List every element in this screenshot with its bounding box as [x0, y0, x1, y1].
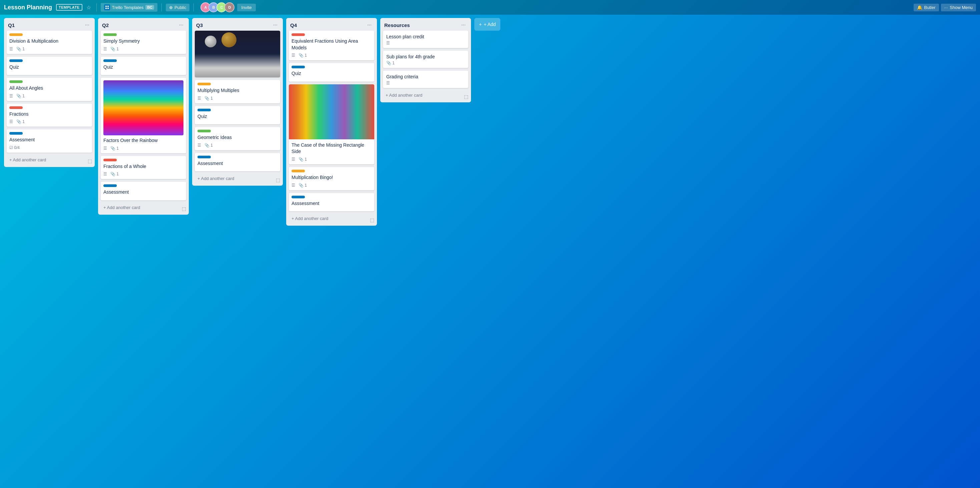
add-list-label: + Add: [484, 22, 496, 27]
card-title: Fractions: [10, 111, 89, 118]
butler-button[interactable]: 🔔 Butler: [914, 4, 939, 11]
description-icon: ☰: [386, 81, 390, 86]
board-title: Lesson Planning: [4, 4, 52, 11]
butler-label: Butler: [924, 5, 935, 10]
card-quiz-q3[interactable]: Quiz: [195, 106, 280, 125]
star-button[interactable]: ☆: [85, 3, 92, 12]
card-quiz-q4[interactable]: Quiz: [289, 63, 374, 82]
list-q3-menu-button[interactable]: ···: [272, 21, 279, 29]
add-card-button-q3[interactable]: + Add another card: [195, 174, 273, 183]
card-missing-rectangle-tunnel[interactable]: The Case of the Missing Rectangle Side ☰…: [289, 84, 374, 164]
add-card-button-q4[interactable]: + Add another card: [289, 214, 367, 223]
card-meta: ☰ 📎 1: [291, 53, 372, 58]
card-label-blue: [103, 184, 117, 187]
card-sub-plans[interactable]: Sub plans for 4th grade 📎 1: [383, 51, 468, 68]
description-icon: ☰: [10, 47, 13, 51]
list-resources-cards: Lesson plan credit ☰ Sub plans for 4th g…: [380, 31, 471, 91]
card-template-button-q3[interactable]: ⬚: [275, 176, 282, 184]
plus-icon: +: [479, 22, 482, 27]
add-card-row-q3: + Add another card ⬚: [192, 174, 283, 186]
list-q2: Q2 ··· Simply Symmetry ☰ 📎 1 Quiz Factor…: [98, 18, 189, 215]
attachment-meta: 📎 1: [110, 146, 119, 151]
card-title: Equivalent Fractions Using Area Models: [291, 38, 372, 51]
card-label-green: [10, 80, 23, 83]
list-q1: Q1 ··· Division & Multiplication ☰ 📎 1 Q…: [4, 18, 95, 167]
workspace-icon: [104, 4, 110, 10]
avatar[interactable]: D: [224, 2, 234, 12]
card-template-button-q2[interactable]: ⬚: [180, 205, 188, 213]
card-template-button-q4[interactable]: ⬚: [369, 216, 375, 224]
card-quiz-q2[interactable]: Quiz: [101, 57, 186, 75]
list-q4-cards: Equivalent Fractions Using Area Models ☰…: [286, 31, 377, 214]
attachment-meta: 📎 1: [16, 47, 25, 51]
list-q3: Q3 ··· Multiplying Multiples ☰ 📎 1 Quiz: [192, 18, 283, 186]
card-fractions-whole[interactable]: Fractions of a Whole ☰ 📎 1: [101, 156, 186, 179]
description-icon: ☰: [197, 96, 201, 101]
card-template-button-resources[interactable]: ⬚: [463, 93, 470, 101]
list-q4-menu-button[interactable]: ···: [366, 21, 373, 29]
card-title: Quiz: [197, 113, 277, 120]
list-q3-cards: Multiplying Multiples ☰ 📎 1 Quiz Geometr…: [192, 31, 283, 174]
card-meta: ☰ 📎 1: [291, 157, 372, 162]
card-fractions-q1[interactable]: Fractions ☰ 📎 1: [7, 104, 92, 127]
workspace-button[interactable]: Trello Templates BC: [101, 3, 158, 12]
card-label-red: [10, 106, 23, 109]
visibility-label: Public: [175, 5, 186, 10]
template-badge[interactable]: TEMPLATE: [56, 4, 82, 11]
card-label-blue: [291, 66, 305, 68]
card-assessment-q4[interactable]: Asssessment: [289, 193, 374, 212]
add-card-row-resources: + Add another card ⬚: [380, 91, 471, 102]
card-title: Quiz: [103, 64, 183, 71]
invite-button[interactable]: Invite: [237, 4, 256, 11]
show-menu-button[interactable]: ··· Show Menu: [941, 4, 976, 11]
card-equivalent-fractions[interactable]: Equivalent Fractions Using Area Models ☰…: [289, 31, 374, 60]
card-meta: ☰ 📎 1: [103, 146, 183, 151]
card-label-yellow: [291, 170, 305, 172]
card-division-multiplication[interactable]: Division & Multiplication ☰ 📎 1: [7, 31, 92, 54]
add-list-button[interactable]: + + Add: [474, 18, 500, 31]
card-lesson-plan-credit[interactable]: Lesson plan credit ☰: [383, 31, 468, 48]
card-assessment-q3[interactable]: Assessment: [195, 153, 280, 172]
attachment-meta: 📎 1: [299, 157, 307, 162]
visibility-button[interactable]: ⊕ Public: [166, 4, 189, 11]
list-q4-header: Q4 ···: [286, 18, 377, 31]
card-meta: ☰ 📎 1: [10, 93, 89, 98]
description-icon: ☰: [103, 47, 107, 51]
card-all-about-angles[interactable]: All About Angles ☰ 📎 1: [7, 78, 92, 101]
card-grading-criteria[interactable]: Grading criteria ☰: [383, 71, 468, 88]
list-q1-menu-button[interactable]: ···: [84, 21, 91, 29]
card-geometric-ideas[interactable]: Geometric Ideas ☰ 📎 1: [195, 127, 280, 151]
card-title: The Case of the Missing Rectangle Side: [291, 142, 372, 155]
list-resources-menu-button[interactable]: ···: [460, 21, 467, 29]
list-q4-title: Q4: [290, 22, 297, 28]
add-card-button-resources[interactable]: + Add another card: [383, 91, 461, 100]
card-title: Sub plans for 4th grade: [386, 54, 465, 59]
card-spheres-image: [195, 31, 280, 77]
card-title: Fractions of a Whole: [103, 163, 183, 170]
description-icon: ☰: [10, 119, 13, 124]
description-icon: ☰: [291, 53, 295, 58]
card-assessment-q1[interactable]: Assessment ☑ 0/4: [7, 129, 92, 153]
add-card-row-q4: + Add another card ⬚: [286, 214, 377, 226]
attachment-meta: 📎 1: [299, 53, 307, 58]
show-menu-label: Show Menu: [950, 5, 973, 10]
card-rainbow-image: [103, 80, 183, 135]
add-card-button-q2[interactable]: + Add another card: [101, 203, 179, 212]
card-factors-rainbow[interactable]: Factors Over the Rainbow ☰ 📎 1: [101, 78, 186, 153]
card-meta: ☰: [386, 41, 465, 45]
card-multiplication-bingo[interactable]: Multiplication Bingo! ☰ 📎 1: [289, 167, 374, 190]
card-title: Multiplication Bingo!: [291, 174, 372, 181]
list-resources: Resources ··· Lesson plan credit ☰ Sub p…: [380, 18, 471, 102]
card-quiz-q1[interactable]: Quiz: [7, 57, 92, 75]
card-multiplying-multiples[interactable]: Multiplying Multiples ☰ 📎 1: [195, 80, 280, 103]
add-card-button-q1[interactable]: + Add another card: [7, 155, 85, 164]
svg-rect-0: [105, 6, 107, 7]
card-assessment-q2[interactable]: Assessment: [101, 182, 186, 200]
attachment-meta: 📎 1: [16, 119, 25, 124]
card-title: Lesson plan credit: [386, 34, 465, 39]
card-label-red: [103, 158, 117, 161]
list-q2-menu-button[interactable]: ···: [178, 21, 185, 29]
card-simply-symmetry[interactable]: Simply Symmetry ☰ 📎 1: [101, 31, 186, 54]
card-spheres[interactable]: [195, 31, 280, 77]
card-template-button-q1[interactable]: ⬚: [86, 157, 94, 165]
